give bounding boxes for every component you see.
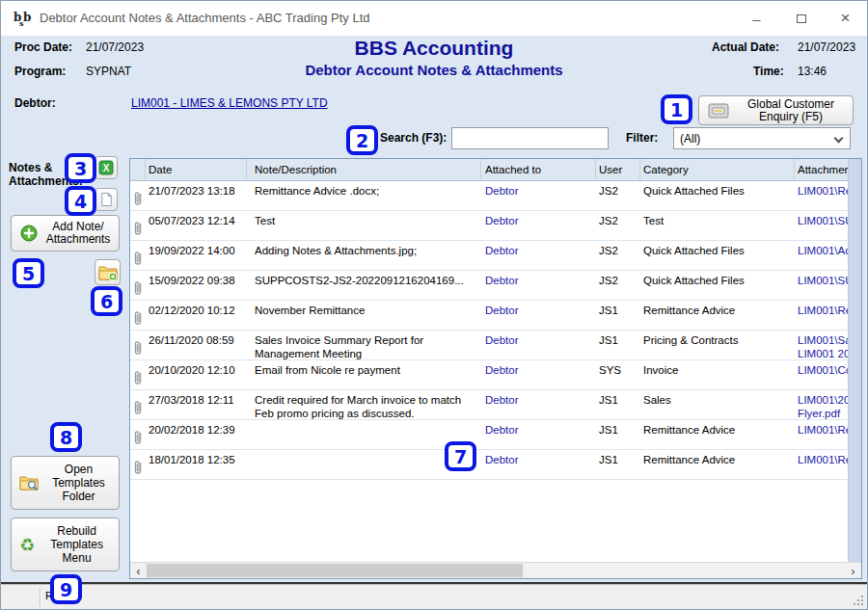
note-date: 20/02/2018 12:39: [146, 420, 247, 449]
table-row[interactable]: 05/07/2023 12:14TestDebtorJS2TestLIM001\…: [130, 211, 861, 241]
add-note-label-line2: Attachments: [38, 233, 119, 246]
filter-dropdown[interactable]: (All): [673, 127, 851, 149]
filter-value: (All): [680, 132, 700, 146]
rebuild-templates-line2: Templates: [35, 538, 119, 551]
note-date: 27/03/2018 12:11: [146, 390, 247, 419]
notes-table: Date Note/Description Attached to User C…: [129, 158, 862, 579]
rebuild-templates-menu-button[interactable]: ♻ Rebuild Templates Menu: [11, 517, 120, 571]
table-row[interactable]: 18/01/2018 12:35DebtorJS1Remittance Advi…: [130, 450, 861, 480]
paperclip-icon: [130, 420, 146, 449]
attached-to-link[interactable]: Debtor: [481, 211, 596, 240]
annotation-2: 2: [346, 125, 378, 155]
screen-title: Debtor Account Notes & Attachments: [1, 62, 867, 78]
annotation-9: 9: [50, 574, 82, 604]
global-customer-enquiry-button[interactable]: Global Customer Enquiry (F5): [698, 95, 854, 125]
attached-to-link[interactable]: Debtor: [481, 360, 596, 389]
export-excel-button[interactable]: X: [95, 156, 118, 179]
time-value: 13:46: [798, 65, 827, 78]
app-logo-icon[interactable]: b s b: [13, 9, 32, 28]
open-templates-folder-button[interactable]: Open Templates Folder: [11, 456, 120, 510]
scroll-right-icon[interactable]: ›: [845, 563, 861, 578]
column-header-description[interactable]: Note/Description: [247, 159, 481, 180]
attached-to-link[interactable]: Debtor: [481, 420, 596, 449]
add-note-attachments-button[interactable]: Add Note/ Attachments: [11, 215, 120, 252]
window-title: Debtor Account Notes & Attachments - ABC…: [40, 11, 370, 25]
filter-label: Filter:: [626, 131, 658, 145]
quick-attach-folder-button[interactable]: [95, 259, 121, 285]
column-header-date[interactable]: Date: [146, 159, 247, 180]
note-description: Credit required for March invoice to mat…: [247, 390, 481, 419]
attached-to-link[interactable]: Debtor: [481, 331, 596, 359]
table-body: 21/07/2023 13:18Remittance Advice .docx;…: [130, 181, 861, 480]
attached-to-link[interactable]: Debtor: [481, 390, 596, 419]
horizontal-scrollbar[interactable]: ‹ ›: [130, 562, 861, 578]
note-user: JS1: [596, 390, 640, 419]
excel-icon: X: [98, 160, 114, 175]
note-date: 02/12/2020 10:12: [146, 301, 247, 330]
column-header-attached-to[interactable]: Attached to: [481, 159, 596, 180]
scroll-left-icon[interactable]: ‹: [130, 563, 147, 578]
rebuild-templates-line1: Rebuild: [35, 524, 119, 538]
attached-to-link[interactable]: Debtor: [481, 271, 596, 300]
note-description: Remittance Advice .docx;: [247, 181, 481, 210]
note-category: Test: [640, 211, 795, 240]
table-row[interactable]: 02/12/2020 10:12November RemittanceDebto…: [130, 301, 861, 331]
actual-date-label: Actual Date:: [712, 40, 779, 54]
table-row[interactable]: 19/09/2022 14:00Adding Notes & Attachmen…: [130, 241, 861, 271]
note-date: 20/10/2020 12:10: [146, 360, 247, 389]
close-button[interactable]: ×: [824, 1, 867, 36]
debtor-label: Debtor:: [14, 96, 56, 110]
global-enquiry-label-line1: Global Customer: [729, 98, 853, 111]
svg-text:b: b: [23, 11, 31, 24]
table-row[interactable]: 20/10/2020 12:10Email from Nicole re pay…: [130, 360, 861, 390]
attached-to-link[interactable]: Debtor: [481, 241, 596, 270]
annotation-1: 1: [661, 94, 692, 124]
open-templates-line3: Folder: [39, 490, 119, 503]
note-date: 18/01/2018 12:35: [146, 450, 247, 479]
paperclip-icon: [130, 181, 146, 210]
table-row[interactable]: 15/09/2022 09:38SUPPCOSTS2-JS2-202209121…: [130, 271, 861, 301]
note-category: Quick Attached Files: [640, 271, 795, 300]
column-header-user[interactable]: User: [596, 159, 640, 180]
note-user: JS2: [596, 271, 640, 300]
column-header-category[interactable]: Category: [640, 159, 795, 180]
minimize-icon: –: [752, 11, 760, 27]
note-user: JS1: [596, 450, 640, 479]
debtor-link[interactable]: LIM001 - LIMES & LEMONS PTY LTD: [131, 96, 328, 110]
new-note-button[interactable]: [95, 188, 118, 211]
attached-to-link[interactable]: Debtor: [481, 181, 596, 210]
horizontal-scrollbar-thumb[interactable]: [147, 564, 523, 577]
paperclip-icon: [130, 211, 146, 240]
note-user: JS1: [596, 331, 640, 359]
note-user: JS2: [596, 181, 640, 210]
attached-to-link[interactable]: Debtor: [481, 301, 596, 330]
note-user: JS1: [596, 420, 640, 449]
vertical-scrollbar[interactable]: [848, 159, 861, 562]
attached-to-link[interactable]: Debtor: [481, 450, 596, 479]
title-bar: b s b Debtor Account Notes & Attachments…: [1, 1, 867, 36]
search-input[interactable]: [451, 127, 609, 149]
note-user: JS1: [596, 301, 640, 330]
paperclip-icon: [130, 241, 146, 270]
resize-grip[interactable]: [853, 595, 865, 607]
table-row[interactable]: 20/02/2018 12:39DebtorJS1Remittance Advi…: [130, 420, 861, 450]
note-category: Quick Attached Files: [640, 181, 795, 210]
maximize-button[interactable]: [779, 1, 823, 36]
minimize-button[interactable]: –: [735, 1, 778, 36]
note-category: Quick Attached Files: [640, 241, 795, 270]
open-templates-line2: Templates: [39, 476, 119, 490]
folder-plus-icon: [98, 264, 118, 281]
paperclip-icon: [130, 331, 146, 359]
table-row[interactable]: 26/11/2020 08:59Sales Invoice Summary Re…: [130, 331, 861, 360]
paperclip-icon: [130, 301, 146, 330]
attachment-column-header[interactable]: [130, 159, 146, 180]
table-row[interactable]: 27/03/2018 12:11Credit required for Marc…: [130, 390, 861, 420]
note-category: Remittance Advice: [640, 420, 795, 449]
note-category: Remittance Advice: [640, 450, 795, 479]
card-file-icon: [708, 102, 729, 119]
table-row[interactable]: 21/07/2023 13:18Remittance Advice .docx;…: [130, 181, 861, 211]
annotation-4: 4: [65, 186, 96, 216]
folder-search-icon: [19, 474, 39, 491]
recycle-icon: ♻: [19, 535, 35, 555]
note-date: 26/11/2020 08:59: [146, 331, 247, 359]
